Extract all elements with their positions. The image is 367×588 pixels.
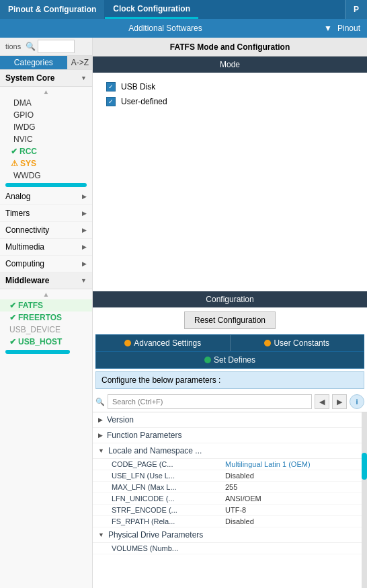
sidebar-item-usb-host[interactable]: ✔USB_HOST bbox=[0, 336, 92, 348]
sidebar-section-middleware[interactable]: Middleware ▼ bbox=[0, 272, 92, 289]
tab-user-constants[interactable]: User Constants bbox=[230, 335, 364, 351]
chevron-right-icon: ▶ bbox=[98, 432, 103, 439]
tab-az[interactable]: A->Z bbox=[67, 56, 92, 69]
scrollbar-vertical[interactable] bbox=[362, 412, 367, 588]
configuration-section: Configuration Reset Configuration Advanc… bbox=[93, 291, 367, 412]
tree-child-code-page[interactable]: CODE_PAGE (C... Multilingual Latin 1 (OE… bbox=[93, 459, 362, 470]
checkbox-user-defined[interactable]: ✓ bbox=[106, 97, 116, 106]
sidebar-item-freertos[interactable]: ✔FREERTOS bbox=[0, 311, 92, 324]
sidebar-search-input[interactable] bbox=[38, 40, 75, 53]
content-header: FATFS Mode and Configuration bbox=[93, 38, 367, 57]
sidebar-options-tab[interactable]: tions bbox=[3, 41, 24, 52]
tab-power[interactable]: P bbox=[345, 0, 367, 19]
tree-child-volumes[interactable]: VOLUMES (Numb... bbox=[93, 543, 362, 554]
tree-item-function-params[interactable]: ▶ Function Parameters bbox=[93, 428, 362, 443]
chevron-right-icon: ▶ bbox=[82, 260, 87, 267]
chevron-down-icon: ▼ bbox=[324, 24, 332, 33]
tree-child-strf-encode[interactable]: STRF_ENCODE (... UTF-8 bbox=[93, 505, 362, 516]
search-icon: 🔍 bbox=[26, 42, 36, 51]
search-icon: 🔍 bbox=[95, 398, 105, 406]
sidebar-item-iwdg[interactable]: IWDG bbox=[0, 121, 92, 133]
tree-item-physical-drive[interactable]: ▼ Physical Drive Parameters bbox=[93, 527, 362, 543]
content-area: FATFS Mode and Configuration Mode ✓ USB … bbox=[93, 38, 367, 588]
tree-child-use-lfn[interactable]: USE_LFN (Use L... Disabled bbox=[93, 470, 362, 482]
mode-section: Mode ✓ USB Disk ✓ User-defined bbox=[93, 57, 367, 116]
mode-item-usb-disk[interactable]: ✓ USB Disk bbox=[106, 79, 354, 94]
chevron-right-icon: ▶ bbox=[98, 416, 103, 423]
tree-child-max-lfn[interactable]: MAX_LFN (Max L... 255 bbox=[93, 482, 362, 493]
tree-item-locale[interactable]: ▼ Locale and Namespace ... bbox=[93, 443, 362, 459]
sidebar: tions 🔍 Categories A->Z System Core ▼ ▲ bbox=[0, 38, 93, 588]
chevron-down-icon: ▼ bbox=[81, 75, 87, 81]
scroll-up-icon[interactable]: ▲ bbox=[43, 88, 50, 96]
sidebar-item-nvic[interactable]: NVIC bbox=[0, 133, 92, 145]
sidebar-section-system-core[interactable]: System Core ▼ bbox=[0, 70, 92, 87]
sidebar-item-wwdg[interactable]: WWDG bbox=[0, 170, 92, 182]
next-result-button[interactable]: ▶ bbox=[332, 394, 347, 409]
sidebar-section-multimedia[interactable]: Multimedia ▶ bbox=[0, 239, 92, 256]
tree-view: ▶ Version ▶ Function Parameters ▼ Locale… bbox=[93, 412, 367, 588]
additional-softwares-label: Additional Softwares bbox=[7, 24, 324, 33]
config-header: Configuration bbox=[93, 291, 367, 307]
checkbox-usb-disk[interactable]: ✓ bbox=[106, 82, 116, 91]
mode-item-user-defined[interactable]: ✓ User-defined bbox=[106, 94, 354, 109]
sidebar-item-fatfs[interactable]: ✔FATFS bbox=[0, 299, 92, 311]
chevron-down-icon: ▼ bbox=[98, 531, 104, 538]
pinout-label[interactable]: Pinout bbox=[337, 24, 360, 33]
sidebar-section-analog[interactable]: Analog ▶ bbox=[0, 188, 92, 205]
tab-categories[interactable]: Categories bbox=[0, 56, 67, 69]
chevron-right-icon: ▶ bbox=[82, 210, 87, 217]
sidebar-section-timers[interactable]: Timers ▶ bbox=[0, 205, 92, 222]
chevron-down-icon: ▼ bbox=[81, 277, 87, 284]
chevron-right-icon: ▶ bbox=[82, 244, 87, 250]
mode-header: Mode bbox=[93, 57, 367, 73]
prev-result-button[interactable]: ◀ bbox=[315, 394, 329, 409]
chevron-down-icon: ▼ bbox=[98, 447, 104, 454]
chevron-right-icon: ▶ bbox=[82, 227, 87, 233]
sidebar-section-computing[interactable]: Computing ▶ bbox=[0, 256, 92, 272]
tab-pinout[interactable]: Pinout & Configuration bbox=[0, 0, 105, 19]
config-info-text: Configure the below parameters : bbox=[95, 371, 364, 389]
info-button[interactable]: i bbox=[350, 394, 364, 409]
parameter-search-input[interactable] bbox=[108, 394, 312, 409]
tree-child-lfn-unicode[interactable]: LFN_UNICODE (... ANSI/OEM bbox=[93, 493, 362, 505]
tab-clock[interactable]: Clock Configuration bbox=[105, 0, 198, 19]
tab-set-defines[interactable]: Set Defines bbox=[95, 352, 364, 369]
reset-configuration-button[interactable]: Reset Configuration bbox=[184, 311, 276, 329]
sidebar-item-rcc[interactable]: ✔RCC bbox=[0, 145, 92, 157]
scroll-up-icon2[interactable]: ▲ bbox=[43, 291, 50, 298]
sidebar-section-connectivity[interactable]: Connectivity ▶ bbox=[0, 222, 92, 239]
tree-item-version[interactable]: ▶ Version bbox=[93, 412, 362, 428]
sidebar-item-usb-device[interactable]: USB_DEVICE bbox=[0, 324, 92, 336]
tab-advanced-settings[interactable]: Advanced Settings bbox=[96, 335, 230, 351]
sidebar-item-dma[interactable]: DMA bbox=[0, 97, 92, 109]
sidebar-item-sys[interactable]: ⚠SYS bbox=[0, 157, 92, 170]
sidebar-item-gpio[interactable]: GPIO bbox=[0, 109, 92, 121]
chevron-right-icon: ▶ bbox=[82, 193, 87, 200]
tree-child-fs-rpath[interactable]: FS_RPATH (Rela... Disabled bbox=[93, 516, 362, 527]
